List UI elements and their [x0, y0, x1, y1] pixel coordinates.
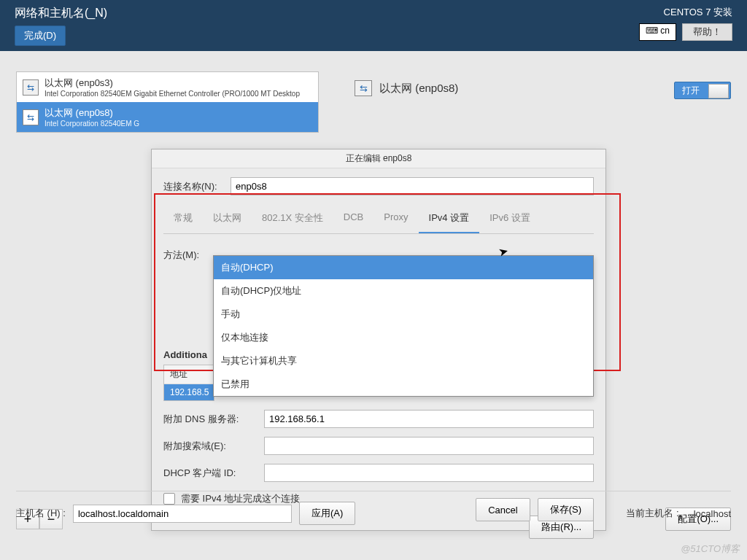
- method-option-dhcp[interactable]: 自动(DHCP): [214, 256, 593, 279]
- nic-name: 以太网 (enp0s3): [44, 77, 300, 90]
- tab-general[interactable]: 常规: [163, 204, 203, 233]
- interface-list: ⇆ 以太网 (enp0s3) Intel Corporation 82540EM…: [16, 71, 319, 133]
- method-option-link-local[interactable]: 仅本地连接: [214, 326, 593, 349]
- tab-dcb[interactable]: DCB: [333, 204, 374, 233]
- dns-label: 附加 DNS 服务器:: [163, 413, 257, 426]
- dhcp-client-id-label: DHCP 客户端 ID:: [163, 467, 257, 480]
- tab-8021x[interactable]: 802.1X 安全性: [252, 204, 333, 233]
- nic-desc: Intel Corporation 82540EM G: [44, 120, 139, 128]
- nic-desc: Intel Corporation 82540EM Gigabit Ethern…: [44, 90, 300, 98]
- address-value[interactable]: 192.168.5: [164, 384, 214, 400]
- current-hostname-value: localhost: [694, 508, 731, 519]
- edit-connection-dialog: 正在编辑 enp0s8 连接名称(N): 常规 以太网 802.1X 安全性 D…: [151, 149, 606, 531]
- address-table[interactable]: 地址 192.168.5: [163, 365, 214, 401]
- dhcp-client-id-input[interactable]: [264, 464, 594, 482]
- interface-title: 以太网 (enp0s8): [379, 82, 458, 96]
- connection-name-label: 连接名称(N):: [163, 180, 223, 193]
- nic-icon: ⇆: [23, 109, 39, 125]
- watermark: @51CTO博客: [681, 542, 740, 556]
- search-domain-label: 附加搜索域(E):: [163, 440, 257, 453]
- method-option-dhcp-addr[interactable]: 自动(DHCP)仅地址: [214, 279, 593, 303]
- dialog-title: 正在编辑 enp0s8: [152, 149, 605, 168]
- connection-name-input[interactable]: [231, 177, 594, 195]
- page-title: 网络和主机名(_N): [15, 6, 107, 21]
- nic-item-enp0s3[interactable]: ⇆ 以太网 (enp0s3) Intel Corporation 82540EM…: [17, 72, 318, 102]
- hostname-label: 主机名 (H) :: [16, 507, 66, 520]
- address-header: 地址: [164, 365, 214, 384]
- help-button[interactable]: 帮助！: [682, 23, 732, 41]
- nic-name: 以太网 (enp0s8): [44, 106, 139, 120]
- method-option-manual[interactable]: 手动: [214, 303, 593, 326]
- interface-toggle[interactable]: 打开: [674, 82, 731, 99]
- nic-item-enp0s8[interactable]: ⇆ 以太网 (enp0s8) Intel Corporation 82540EM…: [17, 102, 318, 132]
- nic-icon: ⇆: [23, 79, 39, 96]
- search-domain-input[interactable]: [264, 437, 594, 455]
- apply-hostname-button[interactable]: 应用(A): [299, 502, 355, 525]
- method-option-disabled[interactable]: 已禁用: [214, 373, 593, 396]
- tab-ipv6[interactable]: IPv6 设置: [479, 204, 541, 233]
- tab-ethernet[interactable]: 以太网: [203, 204, 252, 233]
- dns-input[interactable]: [264, 410, 594, 428]
- current-hostname-label: 当前主机名 :: [626, 507, 678, 520]
- keyboard-layout-indicator[interactable]: cn: [639, 23, 676, 41]
- nic-icon: ⇆: [355, 80, 372, 96]
- tab-proxy[interactable]: Proxy: [374, 204, 418, 233]
- method-label: 方法(M):: [163, 249, 206, 262]
- done-button[interactable]: 完成(D): [15, 26, 66, 46]
- install-title: CENTOS 7 安装: [639, 6, 732, 19]
- hostname-input[interactable]: [73, 505, 292, 523]
- tab-ipv4[interactable]: IPv4 设置: [419, 204, 480, 233]
- tabbar: 常规 以太网 802.1X 安全性 DCB Proxy IPv4 设置 IPv6…: [163, 204, 594, 234]
- method-option-shared[interactable]: 与其它计算机共享: [214, 349, 593, 373]
